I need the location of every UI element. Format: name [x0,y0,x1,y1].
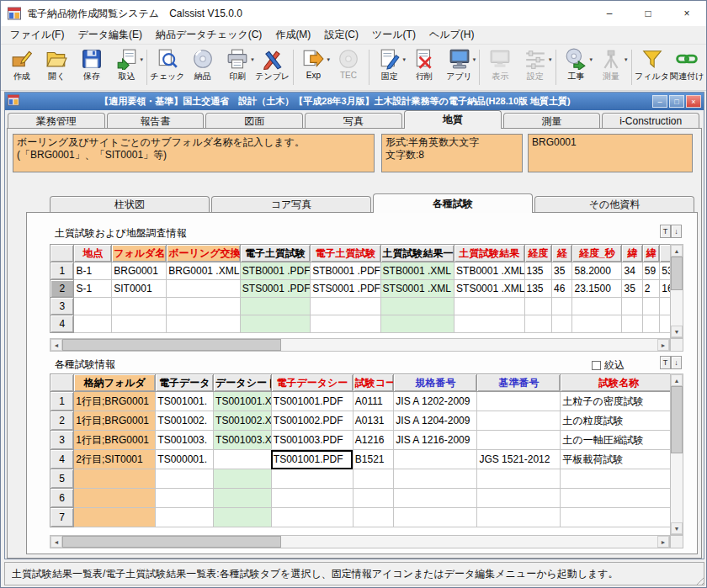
grid-cell[interactable] [477,431,561,450]
grid-cell[interactable] [74,469,156,489]
grid-cell[interactable]: STS0001 .PDF [311,280,380,298]
grid-cell[interactable] [660,315,670,333]
grid-cell[interactable] [74,508,156,527]
toolbar-deliver-button[interactable]: 納品 [185,46,221,82]
grid-cell[interactable] [214,469,272,489]
grid-column-header[interactable]: 試験コー [353,374,394,392]
grid-cell[interactable]: TS001001.X [214,392,272,411]
grid-cell[interactable] [380,298,454,315]
grid1-vertical-scrollbar[interactable]: ▲ ▼ [670,244,683,338]
grid-cell[interactable] [660,298,670,315]
grid-cell[interactable] [353,508,394,527]
grid-column-header[interactable]: フォルダ名 [112,245,167,262]
field-value-box[interactable]: BRG0001 [528,134,693,172]
toolbar-check-button[interactable]: チェック [150,46,185,82]
grid-cell[interactable]: 土粒子の密度試験 [561,392,670,411]
tab-boring-log[interactable]: 柱状図 [50,196,210,212]
grid-column-header[interactable]: 電子データ [156,374,214,392]
grid-cell[interactable]: TS001002.PDF [271,411,353,431]
grid-cell[interactable]: JIS A 1216-2009 [394,431,477,450]
grid-cell[interactable]: 2行目;SIT0001 [74,450,156,469]
grid-cell[interactable] [477,392,561,411]
grid-cell[interactable] [524,298,552,315]
scrollbar-thumb[interactable] [62,339,281,351]
grid-cell[interactable] [477,411,561,431]
grid-row-number[interactable]: 6 [50,489,74,508]
scroll-right-button[interactable]: ► [657,536,669,548]
tab-drawings[interactable]: 図面 [205,113,303,129]
grid-cell[interactable] [271,469,353,489]
column-fix-button[interactable]: T [660,225,671,238]
grid-cell[interactable] [477,489,561,508]
grid-row-number[interactable]: 2 [50,280,74,298]
grid-cell[interactable] [394,469,477,489]
grid-cell[interactable]: BRG0001 .XML [167,262,240,280]
menu-delivery-check[interactable]: 納品データチェック(C) [149,25,268,45]
grid-row-number[interactable]: 3 [50,298,74,315]
toolbar-save-button[interactable]: 保存 [74,46,109,82]
grid-cell[interactable] [572,315,622,333]
toolbar-link-button[interactable]: 関連付け [669,46,704,82]
grid-cell[interactable] [112,315,167,333]
grid-cell[interactable]: TS001002. [156,411,214,431]
grid-cell[interactable]: STS0001 .PDF [240,280,310,298]
grid-column-header[interactable]: 経 [552,245,572,262]
grid-cell[interactable] [214,489,272,508]
grid-cell[interactable]: 53 [660,262,670,280]
grid1-horizontal-scrollbar[interactable]: ◄ ► [50,338,670,352]
scroll-up-button[interactable]: ▲ [671,374,683,386]
grid-cell[interactable]: 平板載荷試験 [561,450,670,469]
grid-cell[interactable]: A0111 [353,392,394,411]
grid-cell[interactable] [167,315,240,333]
grid-cell[interactable] [552,298,572,315]
grid-cell[interactable] [454,315,524,333]
tab-core-photo[interactable]: コア写真 [211,196,371,212]
scrollbar-thumb[interactable] [671,257,683,290]
grid-row-number[interactable]: 4 [50,450,74,469]
grid-cell[interactable]: BRG0001 [112,262,167,280]
grid-cell[interactable] [561,489,670,508]
grid-row-number[interactable]: 1 [50,392,74,411]
grid2-vertical-scrollbar[interactable]: ▲ ▼ [670,373,683,535]
scrollbar-thumb[interactable] [62,536,281,548]
grid-row-number[interactable]: 4 [50,315,74,333]
grid-cell[interactable] [561,508,670,527]
grid-cell[interactable]: 土の粒度試験 [561,411,670,431]
grid-cell[interactable] [271,508,353,527]
grid-cell[interactable] [394,508,477,527]
grid-column-header[interactable]: 緯 [642,245,659,262]
grid-cell[interactable]: STB0001 .XML [380,262,454,280]
grid-cell[interactable] [74,315,112,333]
mdi-maximize-button[interactable]: □ [669,95,684,108]
grid-cell[interactable] [394,489,477,508]
tab-i-construction[interactable]: i-Construction [602,113,699,129]
grid-column-header[interactable]: 経度_秒 [572,245,622,262]
grid-row-number[interactable]: 1 [50,262,74,280]
toolbar-export-button[interactable]: Exp ▼ [296,46,332,80]
grid-cell[interactable] [477,508,561,527]
grid-cell[interactable]: TS001001.PDF [271,392,353,411]
grid-cell[interactable]: 58.2000 [572,262,622,280]
grid-cell[interactable]: TS001001.PDF [271,450,353,469]
grid-cell[interactable] [214,508,272,527]
grid-column-header[interactable]: ボーリング交換 [167,245,240,262]
tab-business-management[interactable]: 業務管理 [8,113,105,129]
grid-cell[interactable] [454,298,524,315]
grid-column-header[interactable]: 地点 [74,245,112,262]
grid-cell[interactable] [156,469,214,489]
grid-cell[interactable] [214,450,272,469]
grid-corner-cell[interactable] [50,374,74,392]
column-fix-button[interactable]: T [660,356,671,369]
grid-cell[interactable]: JGS 1521-2012 [477,450,561,469]
toolbar-template-button[interactable]: テンプレ [255,46,290,82]
scroll-right-button[interactable]: ► [657,339,669,351]
grid-cell[interactable] [622,298,642,315]
grid-cell[interactable] [311,298,380,315]
toolbar-create-button[interactable]: 作成 [4,46,40,82]
app-icon[interactable] [8,7,21,20]
sort-button[interactable]: ↓ [671,225,682,238]
grid-cell[interactable] [353,489,394,508]
grid-cell[interactable] [167,280,240,298]
scrollbar-thumb[interactable] [671,386,683,453]
grid-cell[interactable]: 16 [660,280,670,298]
